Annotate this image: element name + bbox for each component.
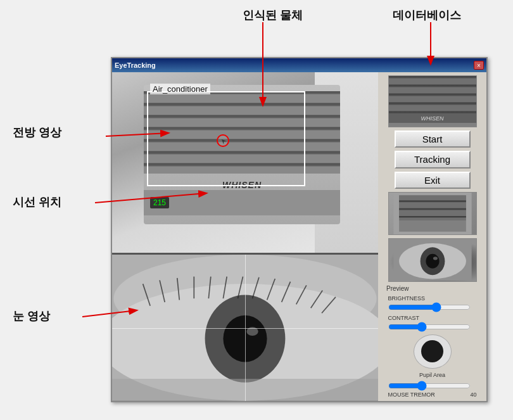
crosshair-horizontal [112, 328, 378, 329]
svg-point-29 [426, 254, 439, 269]
contrast-slider[interactable] [388, 322, 471, 331]
ac-object-label: Air_conditioner [150, 84, 210, 94]
svg-point-30 [433, 257, 437, 260]
eye-scene [112, 255, 378, 401]
ac-controls: 215 [144, 190, 340, 215]
window-content: WHISEN 215 Air_conditioner [112, 72, 486, 401]
app-title: EyeTracking [115, 61, 156, 69]
mouse-tremor-slider[interactable] [388, 381, 471, 390]
pupil-area-display [414, 334, 452, 369]
mouse-tremor-value: 40 [470, 391, 476, 398]
brightness-slider-row: BRIGHTNESS [388, 295, 477, 312]
small-ac-thumbnail [388, 192, 477, 235]
app-window: EyeTracking × WHISEN 215 [111, 57, 488, 402]
close-button[interactable]: × [474, 61, 484, 70]
mouse-tremor-row: MOUSE TREMOR 40 [388, 381, 477, 398]
contrast-slider-row: CONTRAST [388, 315, 477, 331]
eye-camera-view [112, 255, 378, 401]
title-bar: EyeTracking × [112, 58, 486, 72]
recognized-object-label: 인식된 물체 [243, 9, 303, 22]
pupil-area-label: Pupil Area [419, 372, 445, 378]
eye-view-label: 눈 영상 [13, 310, 51, 322]
gaze-position-label: 시선 위치 [13, 196, 61, 208]
svg-rect-23 [399, 220, 466, 232]
small-eye-thumbnail [388, 238, 477, 281]
db-ac-brand: WHISEN [389, 114, 476, 123]
front-camera-view: WHISEN 215 Air_conditioner [112, 72, 378, 253]
small-eye-svg [389, 239, 476, 281]
contrast-label: CONTRAST [388, 315, 477, 321]
db-ac-vents [389, 76, 476, 114]
brightness-label: BRIGHTNESS [388, 295, 477, 302]
front-view-label: 전방 영상 [13, 126, 62, 139]
database-thumbnail: WHISEN [388, 75, 477, 127]
pupil-inner-circle [421, 340, 443, 362]
small-ac-svg [389, 193, 476, 234]
mouse-tremor-label: MOUSE TREMOR [388, 391, 435, 398]
exit-button[interactable]: Exit [395, 172, 471, 189]
brightness-slider[interactable] [388, 303, 471, 312]
start-button[interactable]: Start [395, 130, 471, 148]
right-panel: WHISEN Start Tracking Exit [378, 72, 486, 401]
ac-scene: WHISEN 215 Air_conditioner [112, 72, 378, 253]
preview-label: Preview [386, 285, 409, 292]
left-panel: WHISEN 215 Air_conditioner [112, 72, 378, 401]
database-label: 데이터베이스 [393, 9, 461, 22]
ac-display: 215 [150, 197, 169, 208]
db-ac-controls [389, 123, 476, 127]
tracking-button[interactable]: Tracking [395, 151, 471, 169]
svg-rect-22 [399, 196, 466, 218]
